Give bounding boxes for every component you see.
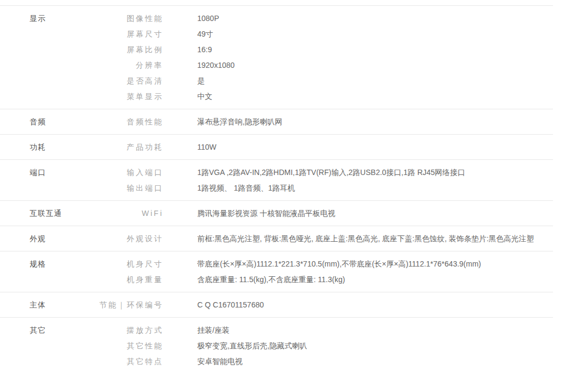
category-label: 其它 bbox=[0, 323, 94, 369]
spec-value: C Q C16701157680 bbox=[197, 297, 534, 313]
spec-value: 中文 bbox=[197, 89, 534, 104]
spec-row: 音频性能 瀑布悬浮音响,隐形喇叭网 bbox=[94, 114, 553, 130]
spec-row: 输出端口 1路视频、 1路音频、1路耳机 bbox=[94, 180, 553, 196]
spec-label: 屏幕比例 bbox=[94, 42, 163, 58]
spec-label: 其它性能 bbox=[94, 338, 163, 354]
spec-value: 1080P bbox=[197, 11, 534, 26]
spec-value: 挂装/座装 bbox=[197, 323, 534, 338]
category-label: 规格 bbox=[0, 256, 94, 288]
spec-row: 是否高清 是 bbox=[94, 73, 553, 89]
category-label: 功耗 bbox=[0, 139, 94, 155]
spec-section: 外观 外观设计 前框:黑色高光注塑, 背板:黑色哑光, 底座上盖:黑色高光, 底… bbox=[0, 226, 553, 251]
section-rows: 摆放方式 挂装/座装 其它性能 极窄变宽,直线形后壳,隐藏式喇叭 其它特点 安卓… bbox=[94, 323, 553, 369]
spec-label: 产品功耗 bbox=[94, 139, 163, 155]
spec-value: 极窄变宽,直线形后壳,隐藏式喇叭 bbox=[197, 338, 534, 354]
spec-section: 端口 输入端口 1路VGA ,2路AV-IN,2路HDMI,1路TV(RF)输入… bbox=[0, 159, 553, 200]
spec-value: 49寸 bbox=[197, 26, 534, 42]
spec-row: 分辨率 1920x1080 bbox=[94, 58, 553, 73]
spec-label: 其它特点 bbox=[94, 354, 163, 369]
spec-value: 1920x1080 bbox=[197, 58, 534, 73]
spec-value: 110W bbox=[197, 139, 534, 155]
spec-value: 瀑布悬浮音响,隐形喇叭网 bbox=[197, 114, 534, 130]
spec-label: 输入端口 bbox=[94, 165, 163, 180]
spec-label: 音频性能 bbox=[94, 114, 163, 130]
spec-section: 功耗 产品功耗 110W bbox=[0, 134, 553, 159]
spec-row: 菜单显示 中文 bbox=[94, 89, 553, 104]
spec-row: 摆放方式 挂装/座装 bbox=[94, 323, 553, 338]
spec-label: 机身尺寸 bbox=[94, 256, 163, 272]
spec-section: 音频 音频性能 瀑布悬浮音响,隐形喇叭网 bbox=[0, 109, 553, 134]
spec-label: 屏幕尺寸 bbox=[94, 26, 163, 42]
spec-row: 机身重量 含底座重量: 11.5(kg),不含底座重量: 11.3(kg) bbox=[94, 272, 553, 288]
category-label: 端口 bbox=[0, 165, 94, 196]
spec-label: 是否高清 bbox=[94, 73, 163, 89]
spec-row: 节能｜环保编号 C Q C16701157680 bbox=[94, 297, 553, 313]
category-label: 外观 bbox=[0, 231, 94, 247]
section-rows: 音频性能 瀑布悬浮音响,隐形喇叭网 bbox=[94, 114, 553, 130]
spec-row: 产品功耗 110W bbox=[94, 139, 553, 155]
spec-section: 互联互通 WiFi 腾讯海量影视资源 十核智能液晶平板电视 bbox=[0, 200, 553, 226]
spec-value: 是 bbox=[197, 73, 534, 89]
spec-label: 输出端口 bbox=[94, 180, 163, 196]
spec-section: 其它 摆放方式 挂装/座装 其它性能 极窄变宽,直线形后壳,隐藏式喇叭 其它特点… bbox=[0, 317, 553, 374]
spec-label: 节能｜环保编号 bbox=[94, 297, 163, 313]
category-label: 音频 bbox=[0, 114, 94, 130]
spec-value: 1路VGA ,2路AV-IN,2路HDMI,1路TV(RF)输入,2路USB2.… bbox=[197, 165, 534, 180]
spec-row: 输入端口 1路VGA ,2路AV-IN,2路HDMI,1路TV(RF)输入,2路… bbox=[94, 165, 553, 180]
section-rows: 外观设计 前框:黑色高光注塑, 背板:黑色哑光, 底座上盖:黑色高光, 底座下盖… bbox=[94, 231, 553, 247]
section-rows: 图像性能 1080P 屏幕尺寸 49寸 屏幕比例 16:9 分辨率 1920x1… bbox=[94, 11, 553, 104]
spec-value: 1路视频、 1路音频、1路耳机 bbox=[197, 180, 534, 196]
spec-label: WiFi bbox=[94, 206, 163, 221]
spec-row: 其它性能 极窄变宽,直线形后壳,隐藏式喇叭 bbox=[94, 338, 553, 354]
product-spec-table: 显示 图像性能 1080P 屏幕尺寸 49寸 屏幕比例 16:9 分辨率 192… bbox=[0, 5, 553, 374]
spec-row: 图像性能 1080P bbox=[94, 11, 553, 26]
section-rows: 节能｜环保编号 C Q C16701157680 bbox=[94, 297, 553, 313]
spec-row: 其它特点 安卓智能电视 bbox=[94, 354, 553, 369]
spec-value: 带底座(长×厚×高)1112.1*221.3*710.5(mm),不带底座(长×… bbox=[197, 256, 534, 272]
spec-label: 菜单显示 bbox=[94, 89, 163, 104]
spec-value: 前框:黑色高光注塑, 背板:黑色哑光, 底座上盖:黑色高光, 底座下盖:黑色蚀纹… bbox=[197, 231, 534, 247]
section-rows: 产品功耗 110W bbox=[94, 139, 553, 155]
section-rows: WiFi 腾讯海量影视资源 十核智能液晶平板电视 bbox=[94, 206, 553, 221]
section-rows: 输入端口 1路VGA ,2路AV-IN,2路HDMI,1路TV(RF)输入,2路… bbox=[94, 165, 553, 196]
spec-value: 含底座重量: 11.5(kg),不含底座重量: 11.3(kg) bbox=[197, 272, 534, 288]
spec-row: 机身尺寸 带底座(长×厚×高)1112.1*221.3*710.5(mm),不带… bbox=[94, 256, 553, 272]
category-label: 互联互通 bbox=[0, 206, 94, 221]
section-rows: 机身尺寸 带底座(长×厚×高)1112.1*221.3*710.5(mm),不带… bbox=[94, 256, 553, 288]
spec-section: 主体 节能｜环保编号 C Q C16701157680 bbox=[0, 292, 553, 317]
spec-row: WiFi 腾讯海量影视资源 十核智能液晶平板电视 bbox=[94, 206, 553, 221]
spec-value: 16:9 bbox=[197, 42, 534, 58]
category-label: 显示 bbox=[0, 11, 94, 104]
spec-row: 屏幕比例 16:9 bbox=[94, 42, 553, 58]
spec-section: 规格 机身尺寸 带底座(长×厚×高)1112.1*221.3*710.5(mm)… bbox=[0, 251, 553, 292]
spec-row: 外观设计 前框:黑色高光注塑, 背板:黑色哑光, 底座上盖:黑色高光, 底座下盖… bbox=[94, 231, 553, 247]
spec-label: 摆放方式 bbox=[94, 323, 163, 338]
spec-label: 分辨率 bbox=[94, 58, 163, 73]
spec-section: 显示 图像性能 1080P 屏幕尺寸 49寸 屏幕比例 16:9 分辨率 192… bbox=[0, 5, 553, 109]
spec-label: 图像性能 bbox=[94, 11, 163, 26]
spec-label: 外观设计 bbox=[94, 231, 163, 247]
spec-value: 安卓智能电视 bbox=[197, 354, 534, 369]
spec-row: 屏幕尺寸 49寸 bbox=[94, 26, 553, 42]
spec-label: 机身重量 bbox=[94, 272, 163, 288]
category-label: 主体 bbox=[0, 297, 94, 313]
spec-value: 腾讯海量影视资源 十核智能液晶平板电视 bbox=[197, 206, 534, 221]
